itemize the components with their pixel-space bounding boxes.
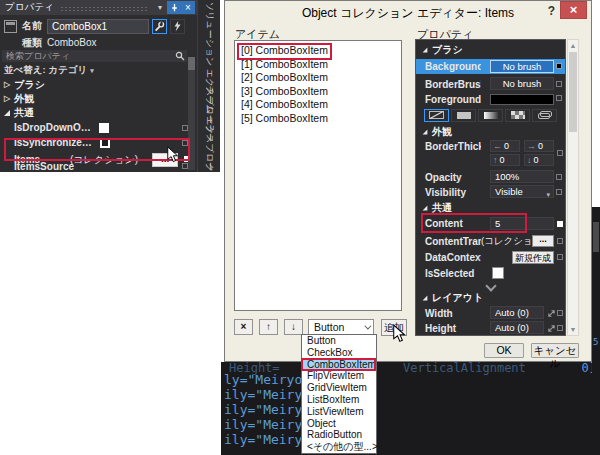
datacontext-new-button[interactable]: 新規作成 (512, 251, 554, 264)
opacity-value[interactable]: 100% (490, 170, 554, 183)
add-button[interactable]: 追加 (381, 319, 407, 336)
dropdown-item[interactable]: CheckBox (302, 347, 376, 359)
help-icon[interactable]: ? (548, 4, 555, 18)
borderthickness-left-field[interactable]: ←0 (490, 140, 520, 152)
row-height[interactable]: Height Auto (0) (416, 321, 565, 335)
property-marker[interactable] (557, 221, 563, 227)
brush-resource-tab[interactable] (532, 109, 557, 122)
row-background[interactable]: Background No brush (416, 59, 565, 74)
auto-size-icon[interactable] (547, 324, 556, 333)
borderthickness-top-field[interactable]: ↑0 (490, 154, 520, 166)
window-position-chevron-icon[interactable]: ▾ (153, 1, 167, 14)
properties-panel-titlebar[interactable]: プロパティ ▾ × (0, 0, 197, 15)
category-brush[interactable]: ▷ ブラシ (0, 78, 197, 91)
foreground-color-swatch[interactable] (490, 94, 554, 105)
dropdown-item[interactable]: <その他の型...> (302, 441, 376, 453)
property-marker[interactable] (556, 63, 562, 69)
row-opacity[interactable]: Opacity 100% (416, 170, 565, 184)
section-common[interactable]: 共通 (416, 202, 565, 214)
row-borderbrush[interactable]: BorderBrush No brush (416, 77, 565, 91)
list-item[interactable]: [4] ComboBoxItem (235, 98, 401, 112)
propgrid-scrollbar[interactable]: ▲ ▼ (567, 39, 579, 336)
borderthickness-bottom-field[interactable]: ↓0 (524, 154, 554, 166)
row-visibility[interactable]: Visibility Visible ▾ (416, 185, 565, 199)
ok-button[interactable]: OK (484, 343, 524, 358)
propgrid-scrollbar-thumb[interactable] (569, 52, 577, 132)
dropdown-item[interactable]: ListBoxItem (302, 394, 376, 406)
dialog-titlebar[interactable]: Object コレクション エディター: Items ? × (225, 1, 591, 23)
remove-item-button[interactable]: × (234, 319, 253, 335)
property-marker[interactable] (556, 95, 562, 101)
panel-scrollbar-thumb[interactable] (188, 57, 195, 70)
width-value[interactable]: Auto (0) (490, 306, 544, 319)
row-contenttransitions[interactable]: ContentTran… (コレクション) ... (416, 234, 565, 248)
property-marker[interactable] (557, 238, 563, 244)
close-icon[interactable]: × (181, 1, 195, 14)
property-marker[interactable] (557, 310, 563, 316)
editor-scrollbar-thumb[interactable] (593, 222, 599, 252)
dropdown-item[interactable]: Button (302, 335, 376, 347)
section-appearance[interactable]: 外観 (416, 126, 565, 138)
row-isselected[interactable]: IsSelected (416, 266, 565, 280)
search-input[interactable]: 検索プロパティ (2, 50, 187, 62)
row-content[interactable]: Content 5 (416, 216, 565, 231)
property-row-issynchronized[interactable]: IsSynchronize… (0, 136, 197, 149)
visibility-dropdown[interactable]: Visible ▾ (490, 185, 554, 198)
sort-selector[interactable]: 並べ替え: カテゴリ ▾ (0, 64, 197, 77)
dialog-close-icon[interactable]: × (560, 1, 587, 19)
property-marker[interactable] (556, 174, 562, 180)
borderthickness-right-field[interactable]: →0 (524, 140, 554, 152)
section-layout[interactable]: レイアウト (416, 292, 565, 304)
list-item[interactable]: [2] ComboBoxItem (235, 71, 401, 85)
scroll-down-icon[interactable]: ▼ (568, 326, 578, 333)
property-marker[interactable] (557, 254, 563, 260)
isselected-checkbox[interactable] (492, 267, 504, 279)
property-row-isdropdownopen[interactable]: IsDropDownO… (0, 121, 197, 134)
tab-team-explorer[interactable]: チーム エクスプローラー (203, 86, 216, 172)
isdropdownopen-checkbox[interactable] (99, 123, 109, 133)
property-marker[interactable] (557, 325, 563, 331)
row-datacontext[interactable]: DataContext 新規作成 (416, 250, 565, 264)
panel-scrollbar[interactable] (188, 57, 195, 170)
dropdown-item-selected[interactable]: ComboBoxItem (302, 359, 376, 371)
cancel-button[interactable]: キャンセル (531, 343, 579, 358)
gradient-brush-tab[interactable] (478, 109, 503, 122)
events-lightning-icon[interactable] (170, 19, 185, 34)
list-item[interactable]: [3] ComboBoxItem (235, 85, 401, 99)
solid-brush-tab[interactable] (451, 109, 476, 122)
dropdown-item[interactable]: ListViewItem (302, 406, 376, 418)
dropdown-item[interactable]: GridViewItem (302, 382, 376, 394)
tab-class-view-partial[interactable]: ク (203, 163, 216, 172)
name-input[interactable]: ComboBox1 (47, 19, 149, 34)
items-listbox[interactable]: [0] ComboBoxItem [1] ComboBoxItem [2] Co… (234, 40, 402, 311)
dropdown-item[interactable]: FlipViewItem (302, 370, 376, 382)
background-value[interactable]: No brush (490, 60, 554, 73)
auto-size-icon[interactable] (547, 309, 556, 318)
issynchronized-checkbox[interactable] (100, 138, 110, 148)
null-brush-tab[interactable] (424, 109, 449, 122)
property-marker[interactable] (556, 189, 562, 195)
move-down-button[interactable]: ↓ (284, 319, 303, 335)
scroll-up-icon[interactable]: ▲ (568, 42, 578, 49)
category-common[interactable]: 共通 (0, 106, 197, 119)
properties-mode-wrench-icon[interactable] (152, 19, 167, 34)
property-marker[interactable] (557, 150, 563, 156)
list-item[interactable]: [0] ComboBoxItem (235, 44, 401, 58)
height-value[interactable]: Auto (0) (490, 321, 544, 334)
list-item[interactable]: [1] ComboBoxItem (235, 58, 401, 72)
category-appearance[interactable]: ▷ 外観 (0, 92, 197, 105)
contenttransitions-ellipsis-button[interactable]: ... (532, 235, 554, 247)
borderbrush-value[interactable]: No brush (490, 77, 554, 90)
dropdown-item[interactable]: Object (302, 418, 376, 430)
property-marker[interactable] (556, 81, 562, 87)
pin-icon[interactable] (167, 1, 181, 14)
tile-brush-tab[interactable] (505, 109, 530, 122)
list-item[interactable]: [5] ComboBoxItem (235, 112, 401, 126)
row-foreground[interactable]: Foreground (416, 92, 565, 106)
section-brush[interactable]: ブラシ (416, 44, 565, 56)
property-row-itemssource[interactable]: ItemsSource (0, 160, 197, 172)
move-up-button[interactable]: ↑ (259, 319, 278, 335)
dropdown-item[interactable]: RadioButton (302, 429, 376, 441)
row-width[interactable]: Width Auto (0) (416, 306, 565, 320)
expand-more-properties[interactable] (416, 281, 565, 291)
